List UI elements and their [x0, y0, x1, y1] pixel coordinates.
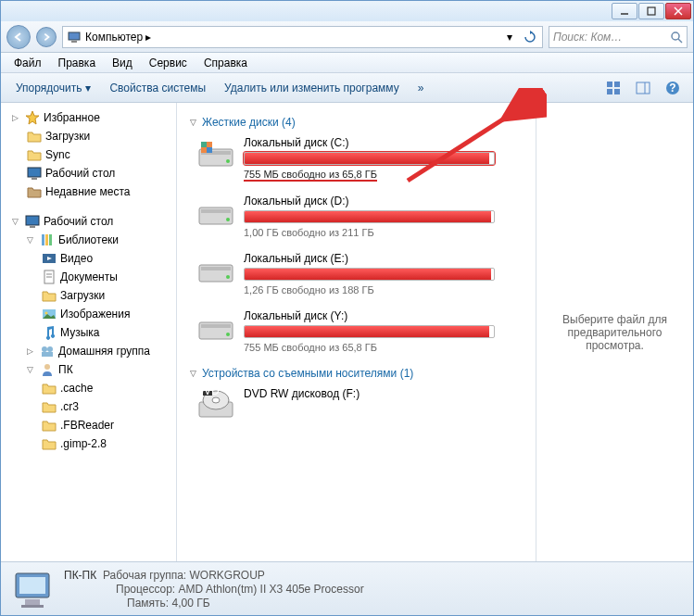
minimize-button[interactable] [612, 3, 637, 19]
svg-rect-43 [201, 267, 231, 270]
close-button[interactable] [665, 3, 691, 19]
toolbar-more-button[interactable]: » [412, 79, 430, 97]
folder-icon [27, 129, 42, 144]
svg-point-32 [44, 364, 50, 370]
recent-icon [27, 184, 42, 199]
sidebar-item-gimp[interactable]: .gimp-2.8 [1, 434, 176, 453]
svg-point-47 [226, 333, 230, 336]
svg-rect-22 [49, 234, 52, 245]
system-properties-button[interactable]: Свойства системы [104, 79, 211, 97]
svg-text:?: ? [669, 82, 675, 94]
drive-free-text: 1,26 ГБ свободно из 188 ГБ [244, 284, 374, 295]
back-button[interactable] [6, 25, 31, 49]
hdd-icon [197, 195, 234, 228]
drive-item[interactable]: Локальный диск (E:)1,26 ГБ свободно из 1… [190, 252, 523, 296]
search-placeholder: Поиск: Ком… [553, 31, 622, 44]
navbar: Компьютер ▸ ▾ Поиск: Ком… [1, 21, 693, 53]
folder-icon [42, 288, 57, 303]
sidebar-favorites[interactable]: ▷Избранное [1, 108, 176, 127]
sidebar-item-sync[interactable]: Sync [1, 145, 176, 164]
libraries-icon [40, 233, 55, 247]
hdd-icon [197, 309, 234, 343]
drive-free-text: 755 МБ свободно из 65,8 ГБ [244, 342, 377, 353]
svg-point-50 [212, 397, 220, 403]
hdd-icon [197, 136, 234, 170]
svg-point-30 [47, 346, 53, 352]
document-icon [42, 270, 57, 284]
section-removable[interactable]: ▽Устройства со съемными носителями (1) [190, 367, 523, 380]
svg-line-7 [678, 39, 682, 43]
sidebar-item-desktop[interactable]: Рабочий стол [1, 164, 176, 182]
dvd-drive[interactable]: DVD DVD RW дисковод (F:) [190, 387, 523, 421]
svg-rect-46 [201, 324, 231, 328]
statusbar: ПК-ПК Рабочая группа: WORKGROUP Процессо… [1, 561, 693, 615]
drive-item[interactable]: Локальный диск (D:)1,00 ГБ свободно из 2… [190, 195, 523, 239]
menu-help[interactable]: Справка [196, 55, 255, 71]
svg-rect-40 [201, 209, 231, 213]
sidebar-item-recent[interactable]: Недавние места [1, 182, 176, 201]
video-icon [42, 251, 57, 266]
uninstall-program-button[interactable]: Удалить или изменить программу [219, 79, 405, 97]
sidebar-item-documents[interactable]: Документы [1, 268, 176, 286]
sidebar-item-music[interactable]: Музыка [1, 323, 176, 342]
maximize-button[interactable] [638, 3, 664, 19]
svg-rect-9 [614, 82, 620, 87]
menu-edit[interactable]: Правка [51, 55, 104, 71]
drive-item[interactable]: Локальный диск (Y:)755 МБ свободно из 65… [190, 309, 523, 354]
menu-view[interactable]: Вид [105, 55, 140, 71]
music-icon [42, 325, 57, 340]
svg-point-41 [226, 218, 230, 221]
sidebar-homegroup[interactable]: ▷Домашняя группа [1, 342, 176, 360]
address-bar[interactable]: Компьютер ▸ ▾ [62, 26, 543, 48]
sidebar-item-fbreader[interactable]: .FBReader [1, 416, 176, 434]
sidebar-pc[interactable]: ▽ПК [1, 360, 176, 379]
svg-rect-38 [207, 147, 212, 153]
menu-tools[interactable]: Сервис [142, 55, 195, 71]
sidebar-item-pictures[interactable]: Изображения [1, 305, 176, 323]
sidebar-item-videos[interactable]: Видео [1, 249, 176, 268]
preview-placeholder: Выберите файл для предварительного просм… [546, 313, 684, 352]
sidebar-libraries[interactable]: ▽Библиотеки [1, 231, 176, 249]
svg-rect-1 [648, 7, 655, 15]
folder-icon [42, 436, 57, 451]
sidebar-item-downloads2[interactable]: Загрузки [1, 286, 176, 305]
folder-icon [27, 147, 42, 162]
svg-rect-37 [201, 142, 207, 147]
help-button[interactable]: ? [662, 77, 684, 99]
preview-pane: Выберите файл для предварительного просм… [536, 103, 693, 561]
dvd-label: DVD RW дисковод (F:) [244, 387, 495, 400]
organize-button[interactable]: Упорядочить ▾ [10, 79, 96, 97]
drive-usage-bar [244, 268, 495, 281]
homegroup-icon [40, 344, 55, 358]
star-icon [25, 110, 40, 125]
menu-file[interactable]: Файл [6, 55, 49, 71]
svg-rect-20 [42, 234, 44, 245]
sidebar-desktop-root[interactable]: ▽Рабочий стол [1, 212, 176, 231]
forward-button[interactable] [36, 27, 57, 47]
drive-label: Локальный диск (D:) [244, 195, 495, 207]
desktop-icon [25, 214, 40, 229]
hdd-icon [197, 252, 234, 285]
pictures-icon [42, 307, 57, 321]
computer-icon [67, 30, 82, 44]
svg-rect-56 [21, 605, 44, 608]
sidebar-item-downloads[interactable]: Загрузки [1, 127, 176, 145]
svg-rect-11 [614, 89, 620, 94]
preview-pane-button[interactable] [632, 77, 654, 99]
section-hard-drives[interactable]: ▽Жесткие диски (4) [190, 116, 523, 129]
svg-rect-19 [30, 226, 35, 228]
breadcrumb[interactable]: Компьютер ▸ [85, 31, 498, 44]
drive-usage-bar [244, 325, 495, 338]
chevron-down-icon[interactable]: ▾ [501, 29, 518, 45]
view-options-button[interactable] [602, 77, 625, 99]
drive-free-text: 755 МБ свободно из 65,8 ГБ [244, 169, 377, 182]
explorer-window: Компьютер ▸ ▾ Поиск: Ком… Файл Правка Ви… [0, 0, 694, 616]
drive-item[interactable]: Локальный диск (C:)755 МБ свободно из 65… [190, 136, 523, 182]
refresh-icon[interactable] [522, 29, 538, 45]
computer-icon [12, 570, 53, 609]
sidebar-item-cr3[interactable]: .cr3 [1, 397, 176, 416]
svg-rect-12 [637, 82, 650, 94]
sidebar-item-cache[interactable]: .cache [1, 379, 176, 397]
drive-free-text: 1,00 ГБ свободно из 211 ГБ [244, 227, 374, 238]
search-input[interactable]: Поиск: Ком… [549, 26, 688, 48]
